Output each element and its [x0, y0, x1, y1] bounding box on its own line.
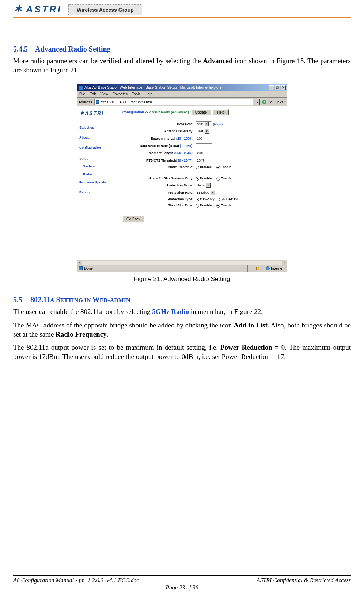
page-header: ✶ ASTRI Wireless Access Group: [13, 0, 351, 19]
go-button[interactable]: ➔ Go: [262, 100, 272, 105]
para-55-1: The user can enable the 802.11a port by …: [13, 307, 351, 316]
menu-favorites[interactable]: Favorites: [113, 92, 128, 96]
label-data-rate: Data Rate:: [122, 122, 196, 126]
label-short-slot-time: Short Slot Time:: [122, 204, 196, 208]
maximize-button[interactable]: ▢: [275, 85, 280, 90]
astri-logo: ✶ ASTRI: [13, 4, 62, 15]
footer-right: ASTRI Confidential & Restricted Access: [257, 577, 351, 584]
wireless-access-group-box: Wireless Access Group: [68, 4, 142, 15]
status-text: Done: [84, 266, 93, 271]
radio-allow-24-enable[interactable]: [216, 177, 220, 181]
radio-short-preamble-enable[interactable]: [216, 166, 220, 169]
window-titlebar: Altai A8 Base Station Web Interface - Ba…: [77, 84, 287, 91]
url-ie-icon: [96, 100, 99, 104]
radio-allow-24-disable[interactable]: [196, 177, 199, 181]
footer-left: A8 Configuration Manual - fm_1.2.6.3_v4.…: [13, 577, 139, 584]
menu-tools[interactable]: Tools: [132, 92, 140, 96]
ie-app-icon: [79, 86, 83, 90]
heading-5-4-5: 5.4.5Advanced Radio Setting: [13, 44, 351, 54]
logo-star-icon: ✶: [13, 4, 24, 15]
input-fragment-length[interactable]: 2346: [196, 151, 212, 156]
page-footer: A8 Configuration Manual - fm_1.2.6.3_v4.…: [13, 575, 351, 591]
chevron-down-icon: ▼: [211, 190, 215, 195]
radio-short-slot-enable[interactable]: [216, 204, 220, 208]
input-beacon-interval[interactable]: 100: [196, 136, 212, 141]
sidebar-item-statistics[interactable]: Statistics: [79, 126, 116, 130]
input-dtim[interactable]: 1: [196, 143, 212, 149]
status-ie-icon: [79, 266, 83, 270]
label-protection-rate: Protection Rate:: [122, 191, 196, 195]
sidebar-item-radio[interactable]: Radio: [83, 173, 116, 177]
address-label: Address: [79, 100, 92, 105]
sidebar-logo-star-icon: ✶: [79, 110, 85, 116]
sidebar-item-configuration[interactable]: Configuration: [79, 146, 116, 150]
label-antenna-diversity: Antenna Diversity:: [122, 129, 196, 134]
scroll-left-button[interactable]: ◂: [77, 261, 82, 265]
header-orange-rule: [13, 17, 351, 18]
figure-21: Altai A8 Base Station Web Interface - Ba…: [13, 84, 351, 283]
address-bar: Address https://10.6.48.119/setupfr3.htm…: [77, 98, 287, 106]
label-fragment-length: Fragment Length (256 - 2346):: [122, 151, 196, 156]
horizontal-scrollbar[interactable]: ◂ ▸: [77, 260, 287, 265]
scroll-right-button[interactable]: ▸: [282, 261, 287, 265]
select-protection-rate[interactable]: 11 Mbps▼: [196, 190, 218, 196]
sidebar-item-about[interactable]: About: [79, 136, 116, 140]
sidebar-item-firmware-update[interactable]: Firmware Update: [79, 181, 116, 185]
webadmin-sidebar: ✶ASTRI Statistics About Configuration Se…: [77, 106, 118, 260]
go-arrow-icon: ➔: [262, 100, 266, 104]
label-short-preamble: Short Preamble:: [122, 165, 196, 170]
minimize-button[interactable]: _: [269, 85, 274, 90]
chevron-down-icon: ▼: [204, 122, 209, 126]
figure-21-caption: Figure 21. Advanced Radio Setting: [13, 275, 351, 283]
heading-5-5: 5.5802.11A SETTING IN WEB-ADMIN: [13, 295, 351, 304]
menubar: File Edit View Favorites Tools Help: [77, 91, 287, 98]
label-protection-mode: Protection Mode:: [122, 183, 196, 188]
label-protection-type: Protection Type:: [122, 197, 196, 202]
label-beacon-interval: Beacon Interval (20 - 1000):: [122, 137, 196, 141]
logo-text: ASTRI: [26, 4, 62, 15]
ie-window: Altai A8 Base Station Web Interface - Ba…: [77, 84, 287, 272]
radio-prot-type-rtscts[interactable]: [219, 198, 223, 201]
update-button[interactable]: Update: [191, 109, 211, 115]
address-dropdown-button[interactable]: ▼: [255, 99, 260, 105]
label-rtscts-threshold: RTS/CTS Threshold (0 - 2347):: [122, 159, 196, 163]
radio-short-slot-disable[interactable]: [196, 204, 199, 208]
para-545-1: More radio parameters can be verified an…: [13, 57, 351, 75]
select-protection-mode[interactable]: None▼: [196, 183, 215, 188]
status-zone: Internet: [271, 266, 283, 271]
para-55-3: The 802.11a output power is set to be ma…: [13, 343, 351, 361]
go-back-button[interactable]: Go Back: [122, 216, 144, 222]
ie-client-area: ✶ASTRI Statistics About Configuration Se…: [77, 106, 287, 260]
select-data-rate[interactable]: best▼: [196, 121, 212, 127]
radio-short-preamble-disable[interactable]: [196, 166, 199, 169]
links-button[interactable]: Links»: [274, 100, 285, 105]
lock-icon: [256, 267, 259, 270]
close-button[interactable]: ✕: [281, 85, 286, 90]
webadmin-main: Configuration -> 2.4GHz Radio (Advanced)…: [118, 106, 287, 260]
help-button[interactable]: Help: [213, 109, 229, 115]
breadcrumb: Configuration -> 2.4GHz Radio (Advanced): [122, 110, 189, 115]
window-title: Altai A8 Base Station Web Interface - Ba…: [84, 85, 223, 90]
url-text: https://10.6.48.119/setupfr3.htm: [101, 100, 152, 105]
select-antenna-diversity[interactable]: Best▼: [196, 129, 212, 134]
para-55-2: The MAC address of the opposite bridge s…: [13, 321, 351, 339]
menu-view[interactable]: View: [100, 92, 108, 96]
sidebar-item-setup[interactable]: Setup: [79, 157, 116, 161]
address-input[interactable]: https://10.6.48.119/setupfr3.htm: [94, 99, 253, 105]
input-rtscts-threshold[interactable]: 2347: [196, 158, 212, 163]
footer-page-number: Page 23 of 36: [13, 584, 351, 591]
scroll-track[interactable]: [82, 261, 282, 265]
sidebar-astri-logo: ✶ASTRI: [79, 110, 116, 117]
radio-prot-type-cts[interactable]: [196, 198, 199, 201]
label-allow-24ghz: Allow 2.4GHz Stations Only:: [122, 177, 196, 181]
label-dtim: Data Beacon Rate (DTIM) (1 - 255):: [122, 144, 196, 148]
chevron-down-icon: ▼: [206, 183, 211, 188]
sidebar-item-reboot[interactable]: Reboot: [79, 190, 116, 195]
menu-edit[interactable]: Edit: [90, 92, 96, 96]
chevron-down-icon: ▼: [205, 129, 209, 134]
data-rate-unit: (Mbps): [213, 122, 223, 126]
status-bar: Done Internet: [77, 265, 287, 272]
sidebar-item-system[interactable]: System: [83, 164, 116, 169]
menu-file[interactable]: File: [79, 92, 85, 96]
menu-help[interactable]: Help: [145, 92, 152, 96]
